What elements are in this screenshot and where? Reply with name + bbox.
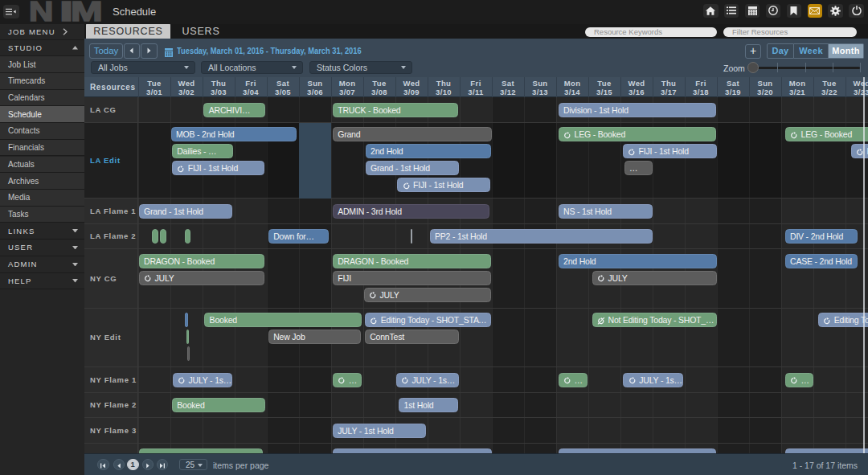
booking-bar[interactable]	[152, 229, 158, 244]
booking-bar-admin-3rd-hold[interactable]: ADMIN - 3rd Hold	[333, 204, 490, 219]
today-button[interactable]: Today	[89, 43, 123, 59]
sidebar-item-tasks[interactable]: Tasks	[0, 207, 84, 223]
gear-button[interactable]	[828, 4, 843, 18]
sidebar-item-calendars[interactable]: Calendars	[0, 90, 84, 107]
highlighted-day-cell[interactable]	[299, 123, 331, 199]
sidebar-section-job-menu[interactable]: JOB MENU	[0, 24, 84, 40]
booking-bar-dragon-booked[interactable]: DRAGON - Booked	[139, 254, 265, 268]
booking-bar-[interactable]: …	[624, 161, 653, 175]
view-day-button[interactable]: Day	[767, 43, 794, 59]
first-page-button[interactable]	[97, 459, 109, 471]
booking-bar-fiji-1st-hold[interactable]: FIJI - 1st Hold	[172, 161, 265, 175]
booking-bar-july-1s[interactable]: JULY - 1s…	[623, 373, 683, 387]
bookmark-button[interactable]	[787, 4, 802, 18]
booking-bar-july-1st-hold[interactable]: JULY - 1st Hold	[333, 424, 426, 438]
booking-bar-1st-hold[interactable]: 1st Hold	[399, 398, 458, 412]
calendar-button[interactable]	[745, 4, 760, 18]
sidebar-item-schedule[interactable]: Schedule	[0, 106, 84, 123]
collapse-menu-button[interactable]	[3, 5, 20, 18]
booking-bar-[interactable]: …	[333, 373, 362, 387]
current-page-button[interactable]: 1	[127, 459, 139, 471]
list-button[interactable]	[724, 4, 739, 18]
sidebar-section-links[interactable]: LINKS	[0, 223, 84, 240]
view-month-button[interactable]: Month	[829, 43, 864, 59]
booking-bar-[interactable]: …	[559, 373, 588, 387]
booking-bar-grand-1st-hold[interactable]: Grand - 1st Hold	[366, 161, 459, 175]
booking-bar-july-1s[interactable]: JULY - 1s…	[173, 373, 233, 387]
booking-bar-dailies[interactable]: Dailies - …	[172, 144, 233, 158]
sidebar-item-media[interactable]: Media	[0, 190, 84, 207]
booking-bar-fiji-1st-hold[interactable]: FIJI - 1st Hold	[623, 144, 717, 158]
sidebar-item-contacts[interactable]: Contacts	[0, 123, 84, 140]
sidebar-section-help[interactable]: HELP	[0, 273, 84, 290]
booking-bar-case-2nd-hold[interactable]: CASE - 2nd Hold	[785, 254, 858, 268]
sidebar-item-actuals[interactable]: Actuals	[0, 157, 84, 174]
booking-bar-ns-1st-hold[interactable]: NS - 1st Hold	[559, 204, 653, 219]
tab-users[interactable]: USERS	[170, 23, 231, 39]
sidebar-section-studio[interactable]: STUDIO	[0, 40, 84, 57]
vertical-scrollbar[interactable]	[863, 77, 865, 453]
booking-bar-fiji[interactable]: FIJI	[333, 271, 492, 285]
home-button[interactable]	[703, 4, 719, 18]
booking-bar-dragon-booked[interactable]: DRAGON - Booked	[333, 254, 492, 268]
booking-bar-down-for[interactable]: Down for…	[268, 229, 330, 244]
sidebar-section-admin[interactable]: ADMIN	[0, 256, 84, 273]
locations-filter-dropdown[interactable]: All Locations	[201, 61, 303, 74]
booking-bar-division-1st-hold[interactable]: Division - 1st Hold	[559, 103, 716, 117]
sidebar-item-financials[interactable]: Financials	[0, 140, 84, 157]
booking-bar[interactable]	[187, 346, 190, 361]
sidebar-section-user[interactable]: USER	[0, 240, 84, 256]
booking-bar-july[interactable]: JULY	[592, 271, 717, 285]
booking-bar[interactable]	[411, 229, 413, 244]
status-colors-dropdown[interactable]: Status Colors	[309, 61, 412, 74]
booking-bar-div-2nd-hold[interactable]: DIV - 2nd Hold	[785, 229, 858, 244]
next-page-button[interactable]	[142, 459, 154, 471]
booking-bar-2nd-hold[interactable]: 2nd Hold	[366, 144, 491, 158]
booking-bar-grand[interactable]: Grand	[333, 127, 492, 141]
filter-resources-input[interactable]	[723, 27, 857, 38]
booking-bar-fiji-1st-hold[interactable]: FIJI - 1st Hold	[851, 144, 868, 158]
booking-bar-[interactable]: …	[785, 373, 814, 387]
column-line	[331, 97, 332, 122]
booking-bar-new-job[interactable]: New Job	[268, 330, 362, 344]
booking-bar-truck-booked[interactable]: TRUCK - Booked	[333, 103, 459, 117]
jobs-filter-dropdown[interactable]: All Jobs	[91, 61, 195, 74]
booking-bar[interactable]	[160, 229, 166, 244]
view-week-button[interactable]: Week	[794, 43, 829, 59]
power-button[interactable]	[849, 4, 864, 18]
clock-button[interactable]	[766, 4, 781, 18]
booking-bar-july[interactable]: JULY	[364, 288, 492, 302]
booking-bar-booked[interactable]: Booked	[204, 313, 362, 327]
add-booking-button[interactable]: +	[745, 44, 761, 59]
next-range-button[interactable]	[141, 43, 158, 59]
prev-page-button[interactable]	[113, 459, 125, 471]
booking-bar-editing-today-shot-stat[interactable]: Editing Today - SHOT_STAT…	[818, 313, 868, 327]
booking-bar-conntest[interactable]: ConnTest	[365, 330, 460, 344]
booking-bar-archivi[interactable]: ARCHIVI…	[203, 103, 265, 117]
mail-button[interactable]	[808, 4, 823, 18]
booking-bar-booked[interactable]: Booked	[172, 398, 266, 412]
zoom-slider-thumb[interactable]	[747, 62, 759, 73]
booking-bar[interactable]	[185, 313, 189, 327]
sidebar-item-job-list[interactable]: Job List	[0, 56, 84, 73]
booking-bar[interactable]	[186, 330, 189, 344]
booking-bar-grand-1st-hold[interactable]: Grand - 1st Hold	[139, 204, 233, 219]
booking-bar-editing-today-shot-stat[interactable]: Editing Today - SHOT_STAT…	[365, 313, 492, 327]
sidebar-item-archives[interactable]: Archives	[0, 173, 84, 190]
booking-bar-leg-booked[interactable]: LEG - Booked	[785, 127, 868, 141]
resource-keywords-input[interactable]	[585, 27, 717, 38]
sidebar-item-timecards[interactable]: Timecards	[0, 73, 84, 90]
tab-resources[interactable]: RESOURCES	[86, 23, 170, 39]
page-size-select[interactable]: 25	[179, 459, 207, 471]
last-page-button[interactable]	[157, 459, 169, 471]
prev-range-button[interactable]	[124, 43, 141, 59]
booking-bar-leg-booked[interactable]: LEG - Booked	[559, 127, 716, 141]
booking-bar-2nd-hold[interactable]: 2nd Hold	[559, 254, 717, 268]
booking-bar-not-editing-today-shot[interactable]: Not Editing Today - SHOT_…	[592, 313, 717, 327]
booking-bar[interactable]	[185, 229, 190, 244]
booking-bar-fiji-1st-hold[interactable]: FIJI - 1st Hold	[397, 178, 490, 192]
booking-bar-july-1s[interactable]: JULY - 1s…	[396, 373, 460, 387]
booking-bar-mob-2nd-hold[interactable]: MOB - 2nd Hold	[171, 127, 297, 141]
booking-bar-pp2-1st-hold[interactable]: PP2 - 1st Hold	[430, 229, 653, 244]
booking-bar-july[interactable]: JULY	[139, 271, 265, 285]
